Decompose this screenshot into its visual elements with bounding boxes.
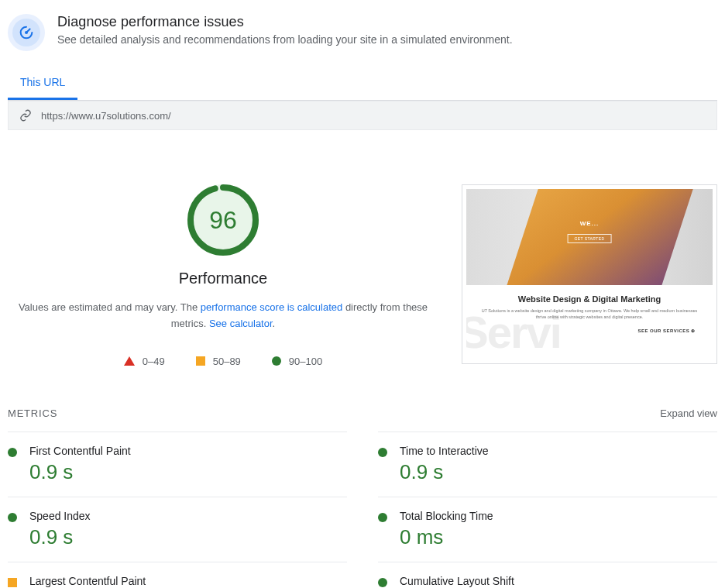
metric-value: 0.9 s (400, 460, 489, 484)
circle-icon (378, 513, 387, 522)
link-how-calculated[interactable]: performance score is calculated (201, 301, 343, 313)
score-label: Performance (8, 270, 438, 287)
circle-icon (8, 513, 17, 522)
metric-row: First Contentful Paint0.9 s (8, 432, 347, 497)
metric-label: Speed Index (29, 510, 91, 522)
preview-body: U7 Solutions is a website design and dig… (480, 308, 699, 320)
metric-label: Cumulative Layout Shift (400, 575, 514, 587)
preview-headline: Website Design & Digital Marketing (480, 294, 699, 304)
tested-url: https://www.u7solutions.com/ (41, 110, 171, 122)
score-section: 96 Performance Values are estimated and … (8, 184, 438, 367)
score-legend: 0–49 50–89 90–100 (8, 356, 438, 367)
metric-row: Total Blocking Time0 ms (378, 497, 717, 562)
circle-icon (272, 356, 281, 366)
score-gauge: 96 (187, 184, 259, 256)
metric-row: Time to Interactive0.9 s (378, 432, 717, 497)
url-bar: https://www.u7solutions.com/ (8, 101, 717, 130)
preview-hero-text: WE... (466, 220, 713, 227)
circle-icon (378, 448, 387, 457)
score-value: 96 (209, 206, 237, 235)
circle-icon (378, 578, 387, 587)
legend-average: 50–89 (196, 356, 241, 367)
metric-label: Largest Contentful Paint (29, 575, 146, 587)
page-subtitle: See detailed analysis and recommendation… (57, 33, 513, 46)
tabs: This URL (8, 67, 717, 101)
summary-section: 96 Performance Values are estimated and … (8, 184, 717, 367)
triangle-icon (124, 356, 135, 366)
metric-row: Cumulative Layout Shift0.01 (378, 562, 717, 588)
page-header: Diagnose performance issues See detailed… (8, 8, 717, 67)
metrics-title: METRICS (8, 407, 57, 419)
metric-label: Time to Interactive (400, 445, 489, 457)
metrics-grid: First Contentful Paint0.9 sTime to Inter… (8, 432, 717, 588)
legend-pass: 90–100 (272, 356, 322, 367)
preview-hero-button: GET STARTED (568, 234, 612, 243)
preview-cta: SEE OUR SERVICES ⊕ (480, 328, 699, 333)
screenshot-preview: WE... GET STARTED Servi Website Design &… (462, 184, 717, 364)
legend-fail: 0–49 (124, 356, 165, 367)
circle-icon (8, 448, 17, 457)
link-see-calculator[interactable]: See calculator (209, 318, 273, 329)
metric-row: Largest Contentful Paint1.2 s (8, 562, 347, 588)
metric-value: 0.9 s (29, 525, 91, 549)
expand-view-toggle[interactable]: Expand view (660, 407, 717, 419)
link-icon (19, 109, 32, 122)
speedometer-icon (8, 14, 45, 51)
metrics-header: METRICS Expand view (8, 407, 717, 419)
metric-value: 0 ms (400, 525, 493, 549)
page-title: Diagnose performance issues (57, 14, 513, 30)
svg-line-1 (26, 29, 30, 33)
metric-value: 0.9 s (29, 460, 131, 484)
square-icon (8, 578, 17, 587)
square-icon (196, 356, 205, 366)
metric-label: Total Blocking Time (400, 510, 493, 522)
tab-this-url[interactable]: This URL (8, 67, 77, 100)
metric-row: Speed Index0.9 s (8, 497, 347, 562)
score-description: Values are estimated and may vary. The p… (8, 300, 438, 332)
metric-label: First Contentful Paint (29, 445, 131, 457)
